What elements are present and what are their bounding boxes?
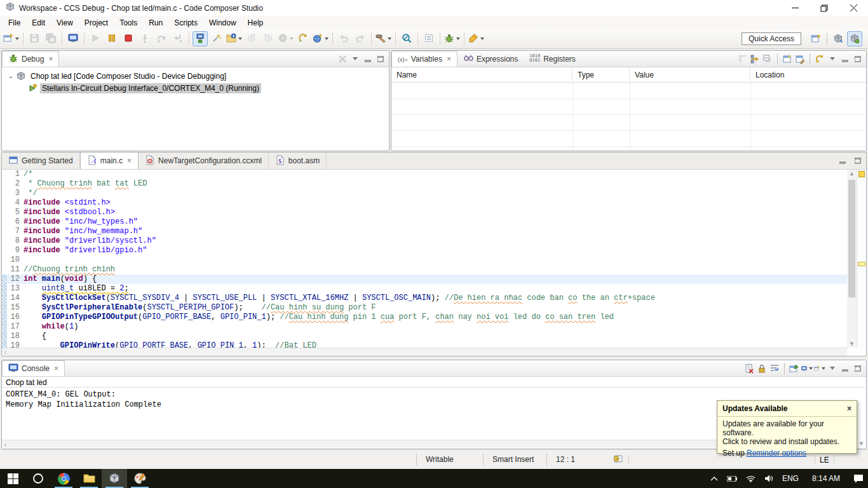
collapse-all-button[interactable] <box>762 53 773 65</box>
close-button[interactable] <box>839 0 868 16</box>
debug-tree-item[interactable]: Stellaris In-Circuit Debug Interface_0/C… <box>2 82 389 94</box>
editor-tab-newtargetconfiguration-ccxml[interactable]: NewTargetConfiguration.ccxml <box>139 152 269 169</box>
new-file-button[interactable] <box>3 31 20 46</box>
restore-button[interactable] <box>810 0 839 16</box>
code-line-18[interactable]: 18 { <box>2 332 847 341</box>
menu-view[interactable]: View <box>51 17 79 29</box>
taskbar-file-explorer-icon[interactable] <box>76 469 102 488</box>
menu-project[interactable]: Project <box>79 17 114 29</box>
refresh-button[interactable] <box>814 53 825 65</box>
menu-window[interactable]: Window <box>203 17 242 29</box>
taskbar-start-button[interactable] <box>0 469 25 488</box>
editor-vertical-scrollbar[interactable]: ▲ ▼ <box>847 170 857 348</box>
tray-language[interactable]: ENG <box>778 469 803 488</box>
notification-center-icon[interactable] <box>849 469 868 488</box>
new-view-layout-button[interactable] <box>782 53 793 65</box>
dropdown-icon[interactable] <box>480 37 484 40</box>
code-line-19[interactable]: 19 GPIOPinWrite(GPIO_PORTF_BASE, GPIO_PI… <box>2 341 847 348</box>
menu-run[interactable]: Run <box>143 17 168 29</box>
clear-console-button[interactable] <box>743 363 755 374</box>
new-target-configuration-button[interactable] <box>312 31 329 46</box>
menu-file[interactable]: File <box>3 17 26 29</box>
code-line-10[interactable]: 10 <box>2 255 847 265</box>
tray-battery-icon[interactable] <box>722 469 742 488</box>
scroll-down-icon[interactable]: ▼ <box>849 340 855 348</box>
build-button[interactable] <box>375 31 392 46</box>
tab-console[interactable]: Console × <box>2 360 65 376</box>
tray-volume-icon[interactable] <box>760 469 778 488</box>
tab-console-close-icon[interactable]: × <box>54 364 58 373</box>
dropdown-icon[interactable] <box>325 37 329 40</box>
maximize-view-button[interactable] <box>375 53 386 65</box>
code-line-3[interactable]: 3 */ <box>2 189 847 198</box>
code-line-4[interactable]: 4#include <stdint.h> <box>2 198 847 208</box>
variables-table-body[interactable] <box>391 83 866 151</box>
open-perspective-button[interactable] <box>808 31 824 46</box>
code-line-9[interactable]: 9#include "driverlib/gpio.h" <box>2 246 847 255</box>
code-line-11[interactable]: 11//Chuong trinh chinh <box>2 265 847 274</box>
edit-view-layout-button[interactable] <box>794 53 806 65</box>
taskbar-paint-icon[interactable] <box>127 469 153 488</box>
code-line-14[interactable]: 14 SysCtlClockSet(SYSCTL_SYSDIV_4 | SYSC… <box>2 294 847 303</box>
editor-tab-main-c[interactable]: .cmain.c× <box>80 152 139 169</box>
target-status-icon[interactable] <box>612 454 623 466</box>
code-line-2[interactable]: 2 * Chuong trinh bat tat LED <box>2 179 847 189</box>
menu-edit[interactable]: Edit <box>26 17 51 29</box>
overview-warning-marker[interactable] <box>858 262 865 266</box>
ccs-edit-perspective-button[interactable] <box>831 31 846 46</box>
menu-help[interactable]: Help <box>242 17 269 29</box>
column-header-value[interactable]: Value <box>630 67 750 83</box>
taskbar-cortana-icon[interactable] <box>25 469 51 488</box>
reminder-options-link[interactable]: Reminder options <box>747 449 806 458</box>
flash-button[interactable] <box>468 31 485 46</box>
save-all-button[interactable] <box>43 31 58 46</box>
tab-expressions[interactable]: Expressions <box>458 51 524 67</box>
code-line-1[interactable]: 1/* <box>2 170 847 179</box>
step-into-button[interactable] <box>137 31 153 46</box>
editor-scroll-thumb[interactable] <box>848 180 855 297</box>
step-return-button[interactable] <box>170 31 186 46</box>
code-line-6[interactable]: 6#include "inc/hw_types.h" <box>2 217 847 227</box>
column-header-location[interactable]: Location <box>750 67 867 83</box>
word-wrap-button[interactable] <box>769 363 780 374</box>
maximize-view-button[interactable] <box>852 363 864 374</box>
column-header-name[interactable]: Name <box>391 67 573 83</box>
refresh-target-button[interactable] <box>295 31 311 46</box>
remove-all-terminated-button[interactable] <box>337 53 348 65</box>
tab-debug-close-icon[interactable]: × <box>48 55 53 64</box>
dropdown-icon[interactable] <box>238 37 242 40</box>
terminate-button[interactable] <box>121 31 136 46</box>
editor-minimize-button[interactable] <box>837 155 848 166</box>
step-filters-button[interactable] <box>209 31 224 46</box>
overview-occurrence-marker[interactable] <box>858 171 865 177</box>
debug-tree-item[interactable]: ⌄Chop tat led [Code Composer Studio - De… <box>2 70 389 82</box>
maximize-view-button[interactable] <box>852 53 864 65</box>
reset-clock-button[interactable] <box>261 31 276 46</box>
view-menu-icon[interactable] <box>830 57 835 60</box>
redo-button[interactable] <box>353 31 368 46</box>
menu-scripts[interactable]: Scripts <box>168 17 203 29</box>
code-line-17[interactable]: 17 while(1) <box>2 322 847 332</box>
dropdown-icon[interactable] <box>456 37 460 40</box>
open-element-button[interactable] <box>421 31 437 46</box>
connect-target-button[interactable] <box>193 31 208 46</box>
quick-access-box[interactable]: Quick Access <box>742 32 801 45</box>
debug-button[interactable] <box>444 31 461 46</box>
tray-wifi-icon[interactable] <box>742 469 760 488</box>
suspend-button[interactable] <box>104 31 119 46</box>
code-editor[interactable]: 1/*2 * Chuong trinh bat tat LED3 */4#inc… <box>2 170 847 348</box>
code-line-15[interactable]: 15 SysCtlPeripheralEnable(SYSCTL_PERIPH_… <box>2 303 847 313</box>
minimize-button[interactable] <box>780 0 810 16</box>
restart-button[interactable] <box>244 31 259 46</box>
cpu-reset-button[interactable] <box>277 31 294 46</box>
column-header-type[interactable]: Type <box>573 67 630 83</box>
tray-clock[interactable]: 8:14 AM <box>803 469 849 488</box>
code-line-8[interactable]: 8#include "driverlib/sysctl.h" <box>2 236 847 246</box>
editor-overview-ruler[interactable] <box>857 170 866 348</box>
view-menu-icon[interactable] <box>353 57 358 60</box>
code-line-16[interactable]: 16 GPIOPinTypeGPIOOutput(GPIO_PORTF_BASE… <box>2 313 847 322</box>
minimize-view-button[interactable] <box>839 53 851 65</box>
editor-tab-boot-asm[interactable]: Sboot.asm <box>269 152 327 169</box>
display-selected-console-button[interactable] <box>801 363 813 374</box>
dropdown-icon[interactable] <box>388 37 391 40</box>
